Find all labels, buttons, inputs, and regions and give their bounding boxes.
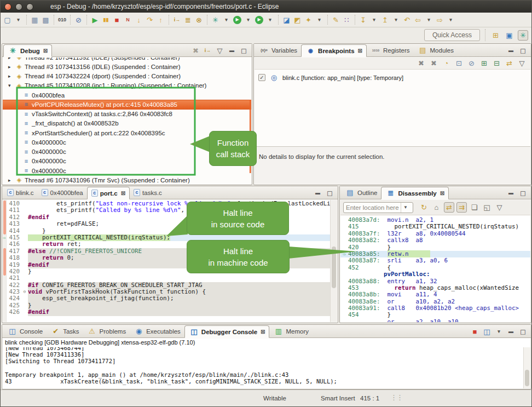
disassembly-instruction-line[interactable]: or a2, a10, a10 [340, 319, 530, 322]
terminate-button[interactable]: ■ [112, 15, 122, 25]
tab-close-icon[interactable]: ⊠ [261, 329, 265, 335]
dropdown[interactable]: ▾ [369, 15, 379, 25]
tab-executables[interactable]: ◉Executables [130, 325, 184, 337]
minimize-button[interactable]: ▬ [313, 188, 323, 198]
refresh-button[interactable]: ↻ [419, 202, 429, 213]
line-number[interactable]: 411 [7, 207, 21, 214]
collapse-arrow-icon[interactable]: ▾ [8, 83, 15, 88]
new-wizard-button[interactable]: ▢ [2, 15, 13, 25]
minimize-button[interactable]: ▬ [506, 188, 516, 198]
maximize-button[interactable]: ◻ [518, 188, 528, 198]
step-into-button[interactable]: ↓ [134, 15, 144, 25]
tab-debug[interactable]: ✳Debug⊠ [3, 44, 52, 57]
show-view-pin-button[interactable]: ≣ [183, 15, 193, 25]
code-line[interactable]: 426#endif [7, 309, 330, 316]
line-number[interactable]: 416 [7, 241, 21, 248]
back-history-button[interactable]: ↶ [402, 15, 412, 25]
disassembly-listing[interactable]: 40083a7d: movi.n a2, 1415 portEXIT_CRITI… [340, 216, 530, 322]
debug-perspective-button[interactable]: ✳ [518, 30, 528, 41]
code-line[interactable]: 424 esp_set_breakpoint_if_jtag(function)… [7, 295, 330, 302]
tab-variables[interactable]: (x)=Variables [255, 44, 301, 56]
status-drag-handle[interactable]: ⋮⋮ [390, 393, 402, 402]
link-with-debug-button[interactable]: ⇄ [504, 58, 514, 68]
dropdown[interactable]: ▾ [265, 15, 275, 25]
maximize-button[interactable]: ◻ [239, 45, 249, 56]
tab-console[interactable]: ◫Console [3, 325, 47, 337]
expand-arrow-icon[interactable]: ▸ [8, 58, 15, 60]
debug-stack-frame-row[interactable]: ≡vTaskSwitchContext() at tasks.c:2,846 0… [3, 110, 251, 119]
line-number[interactable]: 426 [7, 309, 21, 316]
expand-arrow-icon[interactable]: ▸ [8, 177, 15, 183]
tab-registers[interactable]: 1010Registers [367, 44, 414, 56]
tab-close-icon[interactable]: ⊠ [358, 48, 362, 54]
dropdown[interactable]: ▾ [243, 15, 253, 25]
debug-thread-row[interactable]: ▸◈Thread #4 1073432224 (dport) (Suspende… [3, 72, 251, 81]
minimize-button[interactable]: ▬ [506, 45, 516, 56]
cpp-perspective-button[interactable]: ▣ [504, 30, 514, 41]
debug-stack-frame-row[interactable]: ≡vPortCPUReleaseMutex() at port.c:415 0x… [3, 100, 251, 109]
forward-button[interactable]: ⇨ [435, 15, 445, 25]
line-number[interactable]: 418 [7, 255, 21, 261]
goto-breakpoint-file-button[interactable]: ⊡ [454, 58, 464, 68]
location-input[interactable]: Enter location here [344, 204, 401, 211]
tab-outline[interactable]: ▤Outline [341, 186, 381, 199]
window-minimize-button[interactable] [15, 3, 22, 10]
fold-collapse-icon[interactable]: ⊖ [21, 289, 28, 295]
show-supported-breakpoints-button[interactable]: ◔ [441, 58, 452, 68]
save-button[interactable]: ▦ [30, 15, 40, 25]
maximize-button[interactable]: ◻ [518, 326, 528, 337]
minimize-button[interactable]: ▬ [227, 45, 237, 56]
location-combo[interactable]: Enter location here ▼ [343, 202, 413, 213]
view-menu-button[interactable]: ▽ [517, 58, 527, 68]
dropdown[interactable]: ▾ [391, 15, 401, 25]
debug-thread-row[interactable]: ▾◈Thread #5 1073410208 (ipc1 : Running) … [3, 81, 251, 90]
instruction-stepping-button[interactable]: i→ [203, 45, 213, 56]
window-maximize-button[interactable] [26, 3, 33, 10]
step-return-button[interactable]: ↑ [155, 15, 166, 25]
remove-all-breakpoints-button[interactable]: ✖ [429, 58, 439, 68]
minimize-button[interactable]: ▬ [506, 326, 516, 337]
tab-breakpoints[interactable]: ◉Breakpoints⊠ [301, 44, 367, 57]
last-edit-location-button[interactable]: ↧ [358, 15, 368, 25]
dropdown[interactable]: ▾ [446, 15, 456, 25]
debug-thread-row[interactable]: ▸◈Thread #2 1073411392 (IDLE) (Suspended… [3, 58, 251, 62]
external-tools-button[interactable]: ▶ [255, 16, 263, 24]
view-menu-button[interactable]: ▽ [494, 202, 505, 213]
tab-tasks[interactable]: ✔Tasks [47, 325, 83, 337]
follow-pc-button[interactable]: ⇉ [456, 202, 467, 213]
tab-blink-c[interactable]: cblink.c [3, 186, 38, 199]
code-line[interactable]: 425} [7, 302, 330, 309]
display-console-button[interactable]: ◫ [482, 326, 492, 337]
step-over-button[interactable]: ↷ [144, 15, 155, 25]
breakpoint-row[interactable]: ✓ ◎ blink.c [function: app_main] [type: … [255, 70, 530, 85]
debug-thread-row[interactable]: ▸◈Thread #6 1073431096 (Tmr Svc) (Suspen… [3, 175, 251, 184]
debug-launch-button[interactable]: ✳ [210, 15, 221, 25]
new-view-button[interactable]: ❏ [469, 202, 479, 213]
dropdown[interactable]: ▾ [221, 15, 232, 25]
tab-close-icon[interactable]: ⊠ [43, 48, 48, 54]
maximize-button[interactable]: ◻ [518, 45, 528, 56]
tab-disassembly[interactable]: ≣Disassembly⊠ [381, 187, 449, 199]
window-close-button[interactable] [4, 3, 11, 10]
skip-breakpoints-toggle-button[interactable]: ⊘ [466, 58, 477, 68]
open-view-button[interactable]: ◱ [482, 202, 492, 213]
new-cpp-project-button[interactable]: ◪ [281, 15, 292, 25]
tab-0x4000bfea[interactable]: c0x4000bfea [38, 186, 87, 199]
tab-problems[interactable]: ⚠Problems [83, 325, 130, 337]
expand-arrow-icon[interactable]: ▸ [8, 64, 15, 70]
debug-stack-frame-row[interactable]: ≡0x4000bfea [3, 90, 251, 100]
tab-close-icon[interactable]: ⊠ [121, 190, 125, 196]
editor-annotation-ruler[interactable] [3, 200, 7, 322]
instruction-stepping-button[interactable]: i→ [172, 15, 182, 25]
tab-close-icon[interactable]: ⊠ [440, 190, 444, 196]
open-element-button[interactable]: ◩ [292, 15, 303, 25]
debug-thread-row[interactable]: ▸◈Thread #3 1073413156 (IDLE) (Suspended… [3, 62, 251, 71]
editor-scrollbar[interactable] [330, 200, 337, 322]
remove-breakpoint-button[interactable]: ✖ [416, 58, 426, 68]
line-number[interactable]: 424 [7, 295, 21, 302]
tab-port-c[interactable]: cport.c⊠ [87, 187, 130, 199]
remove-terminated-button[interactable]: ✖ [190, 45, 201, 56]
suspend-button[interactable]: ▮▮ [101, 15, 111, 25]
breakpoint-checkbox[interactable]: ✓ [258, 74, 265, 81]
binary-console-button[interactable]: 010 [57, 15, 67, 25]
